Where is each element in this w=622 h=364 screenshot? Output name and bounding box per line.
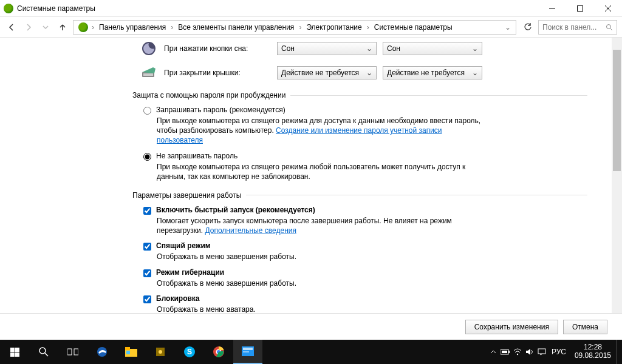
- chevron-right-icon[interactable]: ›: [298, 23, 302, 32]
- svg-point-4: [607, 24, 611, 29]
- radio-no-password[interactable]: [143, 153, 151, 161]
- taskbar-app-generic[interactable]: [146, 340, 175, 364]
- taskbar-app-chrome[interactable]: [204, 340, 233, 364]
- content-area: При нажатии кнопки сна: Сон⌄ Сон⌄ При за…: [0, 38, 612, 340]
- taskbar-app-edge[interactable]: [87, 340, 117, 364]
- dropdown-sleep-battery[interactable]: Сон⌄: [277, 42, 377, 55]
- tray-volume-icon[interactable]: [524, 340, 536, 364]
- laptop-icon: [138, 64, 159, 81]
- up-button[interactable]: [56, 21, 69, 34]
- breadcrumb-segment[interactable]: Системные параметры: [371, 23, 456, 32]
- option-description: Отображать в меню завершения работы.: [157, 252, 485, 261]
- link-more-info[interactable]: Дополнительные сведения: [205, 226, 296, 235]
- chevron-down-icon[interactable]: ⌄: [502, 23, 513, 32]
- app-icon: [4, 4, 13, 13]
- radio-label[interactable]: Не запрашивать пароль: [156, 152, 238, 160]
- svg-rect-11: [67, 349, 72, 355]
- checkbox-label[interactable]: Режим гибернации: [156, 268, 224, 277]
- search-box[interactable]: [538, 20, 617, 35]
- setting-sleep-button: При нажатии кнопки сна: Сон⌄ Сон⌄: [138, 40, 587, 57]
- taskbar-app-explorer[interactable]: [117, 340, 146, 364]
- checkbox-fast-startup[interactable]: [143, 207, 151, 215]
- svg-rect-15: [125, 347, 130, 350]
- breadcrumb-segment[interactable]: Все элементы панели управления: [174, 23, 298, 32]
- dropdown-lid-battery[interactable]: Действие не требуется⌄: [277, 66, 377, 79]
- tray-date: 09.08.2015: [575, 352, 611, 360]
- breadcrumb-segment[interactable]: Электропитание: [302, 23, 365, 32]
- dropdown-lid-plugged[interactable]: Действие не требуется⌄: [383, 66, 482, 79]
- section-header-shutdown: Параметры завершения работы: [132, 191, 587, 200]
- svg-rect-31: [538, 349, 545, 354]
- chevron-down-icon: ⌄: [472, 44, 478, 53]
- scrollbar-thumb[interactable]: [613, 50, 621, 171]
- save-button[interactable]: Сохранить изменения: [465, 320, 558, 334]
- svg-line-10: [45, 353, 48, 356]
- svg-rect-26: [243, 351, 249, 352]
- close-button[interactable]: [594, 0, 622, 17]
- tray-wifi-icon[interactable]: [511, 340, 524, 364]
- svg-rect-12: [74, 349, 78, 355]
- checkbox-label[interactable]: Спящий режим: [156, 241, 211, 250]
- start-button[interactable]: [0, 340, 29, 364]
- checkbox-hibernate[interactable]: [143, 269, 151, 277]
- radio-require-password[interactable]: [143, 107, 151, 115]
- svg-rect-8: [143, 73, 153, 76]
- dropdown-sleep-plugged[interactable]: Сон⌄: [383, 42, 482, 55]
- breadcrumb-segment[interactable]: Панель управления: [95, 23, 169, 32]
- chevron-right-icon[interactable]: ›: [366, 23, 371, 32]
- checkbox-lock[interactable]: [143, 295, 151, 303]
- forward-button[interactable]: [22, 21, 35, 34]
- recent-dropdown[interactable]: [39, 21, 52, 34]
- taskbar-search[interactable]: [29, 340, 58, 364]
- option-description: При выходе компьютера из спящего режима …: [157, 162, 485, 181]
- svg-point-18: [159, 350, 162, 354]
- chevron-right-icon[interactable]: ›: [91, 23, 95, 32]
- checkbox-label[interactable]: Блокировка: [156, 294, 200, 303]
- chevron-down-icon: ⌄: [366, 69, 372, 77]
- section-header-password: Защита с помощью пароля при пробуждении: [132, 91, 587, 99]
- taskbar: S РУС 12:28 09.08.2015: [0, 340, 622, 364]
- radio-label[interactable]: Запрашивать пароль (рекомендуется): [156, 106, 285, 114]
- navbar: › Панель управления › Все элементы панел…: [0, 17, 622, 38]
- search-input[interactable]: [542, 23, 601, 32]
- tray-chevron-up-icon[interactable]: [487, 340, 499, 364]
- minimize-button[interactable]: [538, 0, 566, 17]
- breadcrumb-icon: [78, 22, 88, 32]
- titlebar: Системные параметры: [0, 0, 622, 17]
- window-title: Системные параметры: [17, 4, 95, 13]
- setting-lid-close: При закрытии крышки: Действие не требует…: [138, 64, 587, 81]
- tray-time: 12:28: [575, 343, 611, 352]
- taskbar-app-control-panel[interactable]: [233, 340, 262, 364]
- setting-label: При закрытии крышки:: [164, 69, 277, 77]
- chevron-right-icon[interactable]: ›: [169, 23, 174, 32]
- tray-action-center-icon[interactable]: [536, 340, 548, 364]
- taskbar-app-skype[interactable]: S: [175, 340, 204, 364]
- footer: Сохранить изменения Отмена: [0, 313, 622, 340]
- tray-battery-icon[interactable]: [499, 340, 511, 364]
- setting-label: При нажатии кнопки сна:: [164, 44, 277, 53]
- back-button[interactable]: [5, 21, 18, 34]
- svg-rect-25: [243, 348, 253, 350]
- tray-clock[interactable]: 12:28 09.08.2015: [570, 343, 616, 360]
- breadcrumb[interactable]: › Панель управления › Все элементы панел…: [73, 20, 516, 35]
- svg-rect-28: [508, 351, 510, 353]
- svg-rect-29: [502, 351, 507, 353]
- svg-rect-1: [578, 5, 583, 11]
- svg-line-5: [610, 29, 612, 30]
- tray-language[interactable]: РУС: [548, 340, 570, 364]
- option-description: Отображать в меню завершения работы.: [157, 278, 485, 288]
- cancel-button[interactable]: Отмена: [563, 320, 607, 334]
- maximize-button[interactable]: [566, 0, 594, 17]
- checkbox-sleep[interactable]: [143, 243, 151, 251]
- svg-point-30: [517, 354, 518, 355]
- svg-rect-16: [126, 351, 130, 354]
- search-icon: [606, 24, 613, 31]
- checkbox-label[interactable]: Включить быстрый запуск (рекомендуется): [156, 206, 315, 214]
- vertical-scrollbar[interactable]: [612, 38, 622, 340]
- task-view-button[interactable]: [58, 340, 87, 364]
- option-description: Помогает ускорить запуск компьютера посл…: [157, 216, 485, 235]
- show-desktop-button[interactable]: [616, 340, 620, 364]
- chevron-down-icon: ⌄: [366, 44, 372, 53]
- svg-text:S: S: [187, 348, 192, 356]
- refresh-button[interactable]: [521, 21, 535, 34]
